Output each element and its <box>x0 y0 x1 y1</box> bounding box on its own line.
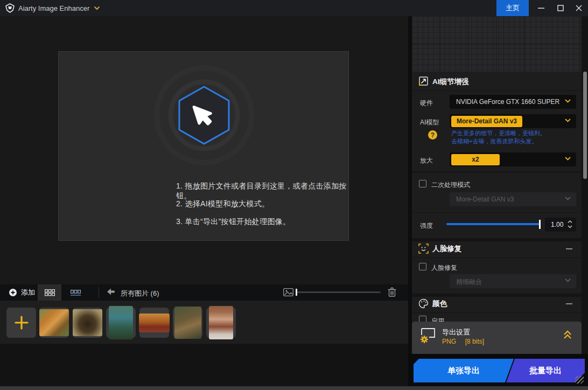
add-images-button[interactable]: 添加 <box>4 284 39 301</box>
color-enable-checkbox[interactable] <box>419 316 426 322</box>
hardware-dropdown[interactable]: NVIDIA GeForce GTX 1660 SUPER <box>450 95 576 109</box>
section-gap <box>412 294 582 297</box>
chevron-down-icon <box>565 157 571 161</box>
panel-scrollbar-track[interactable] <box>582 16 588 354</box>
color-section-icon <box>418 298 429 309</box>
model-description-line-2: 去模糊+去噪，改善皮肤和头发。 <box>451 137 537 145</box>
add-thumbnail-button[interactable] <box>6 308 36 338</box>
upscale-label: 放大 <box>420 156 433 165</box>
section-gap <box>412 238 582 241</box>
section-divider <box>412 212 582 213</box>
export-format: PNG [8 bits] <box>442 338 484 345</box>
thumbnail-size-slider-thumb[interactable] <box>296 289 297 296</box>
thumbnail-tiger[interactable] <box>39 308 69 338</box>
face-restore-label: 人脸修复 <box>431 263 457 273</box>
app-window: Aiarty Image Enhancer 主页 <box>0 0 588 390</box>
minimize-icon <box>538 5 544 11</box>
instruction-line-3: 3. 单击“导出”按钮开始处理图像。 <box>176 217 290 227</box>
minimize-button[interactable] <box>532 0 550 16</box>
hardware-label: 硬件 <box>420 99 433 108</box>
grid-view-icon <box>45 289 55 296</box>
delete-button[interactable] <box>388 287 396 299</box>
secondary-mode-label: 二次处理模式 <box>431 180 470 190</box>
thumbnail-size-slider[interactable] <box>296 291 381 293</box>
upscale-value-badge: x2 <box>451 154 500 165</box>
back-arrow-icon <box>107 288 116 295</box>
export-settings-panel[interactable]: 导出设置 PNG [8 bits] <box>412 322 582 354</box>
section-divider <box>412 171 582 172</box>
instruction-line-2: 2. 选择AI模型和放大模式。 <box>176 199 269 209</box>
export-format-value: PNG <box>442 338 456 345</box>
thumbnail-size-icon <box>283 288 293 296</box>
all-images-label: 所有图片 (6) <box>121 289 159 298</box>
app-title: Aiarty Image Enhancer <box>18 4 89 12</box>
spinner-down-icon[interactable] <box>568 225 572 228</box>
thumbnail-dog[interactable] <box>173 308 202 338</box>
resize-grip[interactable] <box>575 376 584 384</box>
face-blend-value: 精细融合 <box>456 277 482 287</box>
plus-circle-icon <box>9 288 17 297</box>
drop-zone[interactable]: 1. 拖放图片文件或者目录到这里，或者点击添加按钮。 2. 选择AI模型和放大模… <box>58 51 349 241</box>
add-images-label: 添加 <box>21 288 35 297</box>
ai-detail-enhance-icon <box>418 76 429 86</box>
plus-icon <box>14 315 29 330</box>
export-settings-title: 导出设置 <box>442 328 470 337</box>
panel-scrollbar-thumb[interactable] <box>583 72 587 179</box>
titlebar: Aiarty Image Enhancer 主页 <box>0 0 588 16</box>
strength-slider-thumb[interactable] <box>539 220 541 229</box>
app-logo-icon <box>5 3 15 13</box>
thumbnail-portrait-girl[interactable] <box>206 308 236 338</box>
face-restore-icon <box>418 243 429 254</box>
thumbnail-butterfly[interactable] <box>73 308 102 338</box>
upscale-dropdown[interactable]: x2 <box>450 152 576 166</box>
strength-value: 1.00 <box>551 221 563 228</box>
color-section-collapse-button[interactable] <box>565 300 572 307</box>
secondary-model-dropdown[interactable]: More-Detail GAN v3 <box>450 192 576 206</box>
strength-label: 强度 <box>420 221 433 231</box>
export-bit-depth: [8 bits] <box>465 338 484 345</box>
grid-view-toggle[interactable] <box>38 284 61 301</box>
preview-grid-area <box>412 16 582 72</box>
export-settings-icon <box>419 328 438 345</box>
strength-slider[interactable] <box>446 223 540 225</box>
color-clipped-row: 启用 <box>412 312 582 322</box>
chevron-down-icon <box>565 278 571 282</box>
title-chevron-down-icon[interactable] <box>94 6 100 10</box>
color-enable-label: 启用 <box>431 317 444 322</box>
maximize-icon <box>557 5 564 11</box>
face-section-collapse-button[interactable] <box>565 245 572 252</box>
face-blend-dropdown[interactable]: 精细融合 <box>450 274 576 288</box>
face-restore-checkbox[interactable] <box>419 263 426 270</box>
home-button[interactable]: 主页 <box>496 0 529 16</box>
strength-spinner[interactable]: 1.00 <box>545 218 576 232</box>
thumbnail-terrarium[interactable] <box>106 308 136 338</box>
instruction-line-1: 1. 拖放图片文件或者目录到这里，或者点击添加按钮。 <box>176 182 348 201</box>
list-view-toggle[interactable] <box>64 284 87 301</box>
trash-icon <box>388 287 396 297</box>
export-buttons-zone: 单张导出 批量导出 <box>408 354 588 390</box>
section-divider <box>412 90 582 91</box>
export-panel-expand-icon[interactable] <box>563 330 572 340</box>
hardware-value: NVIDIA GeForce GTX 1660 SUPER <box>456 98 559 106</box>
ai-detail-section-title: AI细节增强 <box>432 77 469 87</box>
thumbnail-burger[interactable] <box>139 308 169 338</box>
chevron-down-icon <box>565 99 571 103</box>
close-icon <box>576 5 582 11</box>
ai-model-dropdown[interactable]: More-Detail GAN v3 <box>450 114 576 128</box>
batch-export-button[interactable]: 批量导出 <box>506 359 585 382</box>
model-description-line-1: 产生更多的细节，更清晰，更锐利。 <box>451 129 546 137</box>
toolbar-separator <box>99 287 99 297</box>
ai-model-label: AI模型 <box>420 118 439 127</box>
chevron-down-icon <box>565 197 571 200</box>
back-button[interactable] <box>107 288 116 297</box>
single-export-button[interactable]: 单张导出 <box>414 359 514 382</box>
model-help-icon[interactable]: ? <box>428 130 437 140</box>
maximize-button[interactable] <box>551 0 570 16</box>
secondary-mode-checkbox[interactable] <box>419 180 426 187</box>
window-bottom-strip <box>0 386 588 390</box>
close-button[interactable] <box>570 0 588 16</box>
list-view-icon <box>71 289 81 296</box>
spinner-up-icon[interactable] <box>568 220 572 224</box>
ai-model-value-badge: More-Detail GAN v3 <box>451 116 522 127</box>
section-divider <box>412 257 582 258</box>
